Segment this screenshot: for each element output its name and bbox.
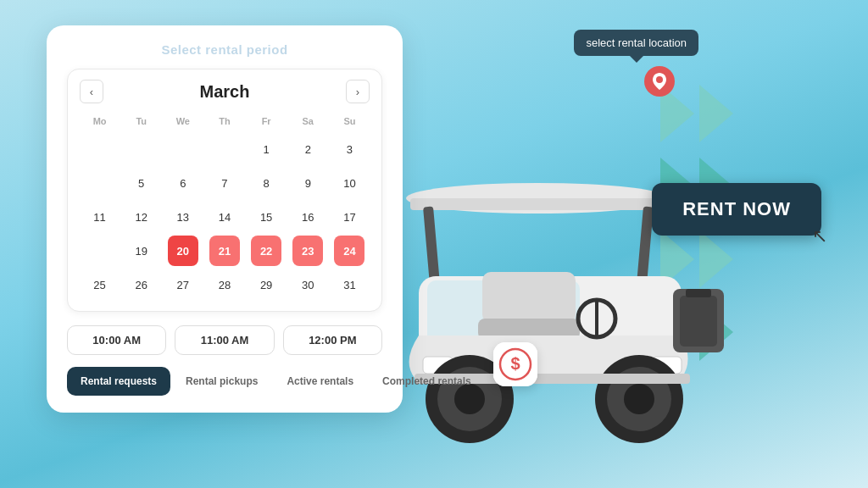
svg-point-1 bbox=[656, 76, 663, 83]
calendar: ‹ March › Mo Tu We Th Fr Sa Su 1 2 3 5 6 bbox=[67, 69, 382, 312]
calendar-day-empty bbox=[126, 134, 157, 164]
calendar-grid: Mo Tu We Th Fr Sa Su 1 2 3 5 6 7 8 9 10 … bbox=[80, 114, 370, 301]
calendar-day-empty bbox=[168, 134, 198, 164]
calendar-day[interactable]: 1 bbox=[251, 134, 281, 164]
calendar-day[interactable]: 31 bbox=[334, 269, 364, 300]
calendar-day[interactable]: 19 bbox=[126, 236, 157, 266]
cursor-icon: ↖ bbox=[812, 225, 827, 247]
calendar-month: March bbox=[200, 82, 250, 102]
calendar-day[interactable]: 9 bbox=[292, 168, 323, 198]
calendar-day[interactable]: 17 bbox=[334, 202, 364, 232]
calendar-day-empty bbox=[85, 134, 115, 164]
calendar-day-empty bbox=[85, 168, 115, 198]
calendar-day-selected[interactable]: 21 bbox=[209, 236, 240, 266]
calendar-day[interactable]: 29 bbox=[251, 269, 281, 300]
tab-rental-pickups[interactable]: Rental pickups bbox=[172, 367, 271, 396]
calendar-day[interactable]: 10 bbox=[334, 168, 364, 198]
prev-month-button[interactable]: ‹ bbox=[80, 80, 103, 103]
tabs-bar: Rental requests Rental pickups Active re… bbox=[67, 367, 382, 396]
svg-point-20 bbox=[624, 384, 654, 414]
dow-su: Su bbox=[330, 114, 370, 131]
location-pin-icon[interactable] bbox=[644, 66, 675, 97]
calendar-day[interactable]: 30 bbox=[292, 269, 323, 300]
svg-rect-7 bbox=[423, 206, 440, 283]
location-tooltip: select rental location bbox=[574, 30, 698, 56]
calendar-day-selected[interactable]: 23 bbox=[292, 236, 323, 266]
card-title: Select rental period bbox=[67, 42, 382, 57]
calendar-day[interactable]: 5 bbox=[126, 168, 157, 198]
tab-active-rentals[interactable]: Active rentals bbox=[273, 367, 367, 396]
calendar-day[interactable]: 15 bbox=[251, 202, 281, 232]
dollar-badge: $ bbox=[493, 342, 537, 386]
time-slot-3[interactable]: 12:00 PM bbox=[283, 325, 382, 355]
calendar-day[interactable]: 11 bbox=[85, 202, 115, 232]
calendar-day-selected[interactable]: 22 bbox=[251, 236, 281, 266]
svg-text:$: $ bbox=[510, 354, 520, 373]
calendar-day[interactable]: 6 bbox=[168, 168, 198, 198]
dow-tu: Tu bbox=[121, 114, 161, 131]
svg-rect-6 bbox=[410, 198, 665, 210]
tab-completed-rentals[interactable]: Completed rentals bbox=[369, 367, 485, 396]
calendar-day[interactable]: 12 bbox=[126, 202, 157, 232]
time-slot-2[interactable]: 11:00 AM bbox=[175, 325, 274, 355]
time-slot-1[interactable]: 10:00 AM bbox=[67, 325, 166, 355]
rent-now-button[interactable]: RENT NOW bbox=[652, 183, 821, 236]
time-slots: 10:00 AM 11:00 AM 12:00 PM bbox=[67, 325, 382, 355]
calendar-day[interactable]: 7 bbox=[209, 168, 240, 198]
svg-rect-24 bbox=[680, 296, 717, 347]
calendar-day[interactable]: 25 bbox=[85, 269, 115, 300]
svg-rect-11 bbox=[482, 272, 576, 323]
next-month-button[interactable]: › bbox=[346, 80, 370, 103]
dow-th: Th bbox=[204, 114, 244, 131]
calendar-day[interactable]: 2 bbox=[292, 134, 323, 164]
calendar-day-selected-start[interactable]: 20 bbox=[168, 236, 198, 266]
calendar-day[interactable]: 16 bbox=[292, 202, 323, 232]
calendar-header: ‹ March › bbox=[80, 80, 370, 103]
dow-fr: Fr bbox=[247, 114, 287, 131]
calendar-day-selected[interactable]: 24 bbox=[334, 236, 364, 266]
calendar-day[interactable]: 27 bbox=[168, 269, 198, 300]
calendar-day-empty bbox=[85, 236, 115, 266]
calendar-day[interactable]: 13 bbox=[168, 202, 198, 232]
calendar-day[interactable]: 3 bbox=[334, 134, 364, 164]
calendar-day[interactable]: 8 bbox=[251, 168, 281, 198]
calendar-day[interactable]: 14 bbox=[209, 202, 240, 232]
tab-rental-requests[interactable]: Rental requests bbox=[67, 367, 170, 396]
dow-sa: Sa bbox=[288, 114, 328, 131]
calendar-day[interactable]: 26 bbox=[126, 269, 157, 300]
dow-mo: Mo bbox=[80, 114, 120, 131]
dow-we: We bbox=[163, 114, 203, 131]
svg-rect-8 bbox=[637, 206, 654, 283]
rental-period-card: Select rental period ‹ March › Mo Tu We … bbox=[47, 25, 403, 413]
calendar-day-empty bbox=[209, 134, 240, 164]
svg-rect-25 bbox=[686, 289, 711, 297]
calendar-day[interactable]: 28 bbox=[209, 269, 240, 300]
